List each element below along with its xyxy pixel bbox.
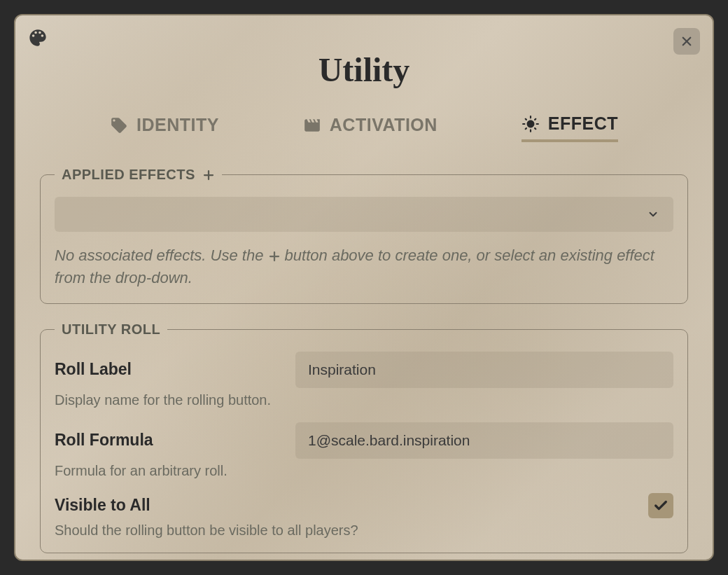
roll-formula-label: Roll Formula: [55, 431, 153, 450]
add-effect-button[interactable]: [202, 169, 215, 181]
effects-dropdown[interactable]: [55, 197, 673, 232]
visible-to-all-hint: Should the rolling button be visible to …: [55, 522, 673, 539]
chevron-down-icon: [647, 208, 659, 221]
dialog-window: Utility IDENTITY ACTIVATION: [14, 14, 714, 561]
tab-identity[interactable]: IDENTITY: [110, 113, 219, 142]
visible-to-all-row: Visible to All: [55, 493, 673, 518]
clapperboard-icon: [303, 116, 321, 134]
utility-roll-section: UTILITY ROLL Roll Label Display name for…: [40, 321, 688, 553]
palette-icon: [28, 28, 48, 48]
visible-to-all-checkbox[interactable]: [648, 493, 673, 518]
sun-icon: [522, 115, 540, 133]
page-title: Utility: [40, 50, 688, 89]
applied-effects-section: APPLIED EFFECTS No associated effects. U…: [40, 167, 688, 304]
roll-label-hint: Display name for the rolling button.: [55, 392, 673, 408]
tab-activation-label: ACTIVATION: [330, 115, 438, 135]
tab-effect-label: EFFECT: [548, 113, 618, 134]
tabs: IDENTITY ACTIVATION EFFECT: [40, 113, 688, 142]
plus-icon: [268, 250, 281, 263]
roll-label-input[interactable]: [295, 352, 673, 388]
roll-label-label: Roll Label: [55, 360, 132, 379]
effects-empty-message: No associated effects. Use the button ab…: [55, 244, 673, 289]
visible-to-all-label: Visible to All: [55, 496, 150, 515]
tab-effect[interactable]: EFFECT: [522, 113, 618, 142]
tab-activation[interactable]: ACTIVATION: [303, 113, 438, 142]
roll-formula-input[interactable]: [295, 422, 673, 459]
tab-identity-label: IDENTITY: [136, 115, 219, 135]
applied-effects-legend: APPLIED EFFECTS: [55, 167, 222, 183]
roll-formula-hint: Formula for an arbitrary roll.: [55, 463, 673, 479]
tag-icon: [110, 116, 128, 134]
roll-label-row: Roll Label: [55, 352, 673, 388]
utility-roll-legend: UTILITY ROLL: [55, 321, 167, 338]
roll-formula-row: Roll Formula: [55, 422, 673, 459]
